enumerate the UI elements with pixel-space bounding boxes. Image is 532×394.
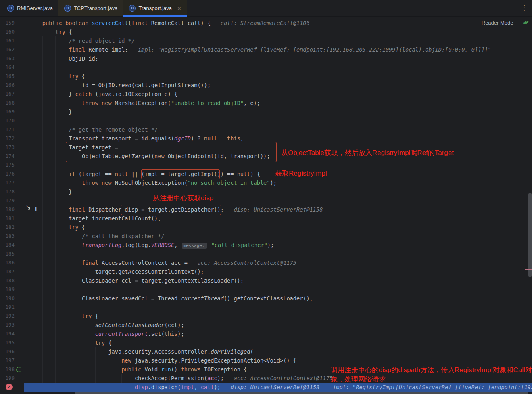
inspections-ok-icon[interactable]: ✔✔: [523, 19, 530, 26]
line-number[interactable]: 174: [0, 152, 15, 161]
code-line[interactable]: 159 public boolean serviceCall(final Rem…: [0, 19, 532, 27]
line-number[interactable]: 162: [0, 45, 15, 54]
tab-tcptransport-java[interactable]: C TCPTransport.java: [58, 0, 123, 16]
line-number[interactable]: 171: [0, 125, 15, 134]
line-number[interactable]: 165: [0, 72, 15, 81]
code-line[interactable]: 178 }: [0, 187, 532, 196]
line-number[interactable]: 178: [0, 187, 15, 196]
code-text: target.incrementCallCount();: [29, 214, 161, 223]
code-line[interactable]: 163 ObjID id;: [0, 54, 532, 63]
tab-label: TCPTransport.java: [74, 5, 118, 11]
code-text: ClassLoader ccl = target.getContextClass…: [29, 276, 244, 285]
code-line[interactable]: 169 }: [0, 107, 532, 116]
code-line[interactable]: 196 java.security.AccessController.doPri…: [0, 347, 532, 356]
code-line[interactable]: 194 currentTransport.set(this);: [0, 329, 532, 338]
code-line[interactable]: 190 ClassLoader savedCcl = Thread.curren…: [0, 294, 532, 303]
line-number[interactable]: 182: [0, 223, 15, 232]
code-text: try {: [29, 223, 85, 232]
line-number[interactable]: 172: [0, 134, 15, 143]
code-line[interactable]: 185: [0, 249, 532, 258]
line-number[interactable]: 170: [0, 116, 15, 125]
breakpoint-icon[interactable]: ✓: [6, 384, 13, 390]
line-number[interactable]: 164: [0, 63, 15, 72]
line-number[interactable]: 187: [0, 267, 15, 276]
line-number[interactable]: 193: [0, 321, 15, 329]
code-line[interactable]: 168 throw new MarshalException("unable t…: [0, 98, 532, 107]
code-text: try {: [29, 312, 98, 321]
line-number[interactable]: 183: [0, 232, 15, 241]
code-line[interactable]: 167 } catch (java.io.IOException e) {: [0, 90, 532, 98]
line-number[interactable]: 189: [0, 285, 15, 294]
line-number[interactable]: 181: [0, 214, 15, 223]
code-line[interactable]: 180 final Dispatcher disp = target.getDi…: [0, 205, 532, 214]
line-number[interactable]: 186: [0, 258, 15, 267]
error-stripe-mark[interactable]: [525, 269, 532, 270]
line-number[interactable]: 197: [0, 356, 15, 365]
line-number[interactable]: 176: [0, 170, 15, 178]
line-number[interactable]: 198: [0, 365, 15, 374]
line-number[interactable]: 163: [0, 54, 15, 63]
code-line[interactable]: 189: [0, 285, 532, 294]
implements-method-icon[interactable]: I↑: [16, 366, 23, 373]
line-number[interactable]: 173: [0, 143, 15, 152]
line-number[interactable]: 177: [0, 178, 15, 187]
code-line[interactable]: 195 try {: [0, 338, 532, 347]
line-number[interactable]: 175: [0, 161, 15, 170]
code-line[interactable]: 170: [0, 116, 532, 125]
line-number[interactable]: 179: [0, 196, 15, 205]
code-text: }: [29, 107, 72, 116]
line-number[interactable]: 199: [0, 374, 15, 383]
line-number[interactable]: 161: [0, 36, 15, 45]
code-line[interactable]: 186 final AccessControlContext acc = acc…: [0, 258, 532, 267]
code-line[interactable]: 165 try {: [0, 72, 532, 81]
code-line[interactable]: 184 transportLog.log(Log.VERBOSE, messag…: [0, 241, 532, 249]
line-number[interactable]: 194: [0, 329, 15, 338]
code-line[interactable]: 188 ClassLoader ccl = target.getContextC…: [0, 276, 532, 285]
line-number[interactable]: 185: [0, 249, 15, 258]
code-line[interactable]: ✓ disp.dispatch(impl, call); disp: Unica…: [0, 383, 532, 392]
code-line[interactable]: 191: [0, 303, 532, 312]
line-number[interactable]: 168: [0, 98, 15, 107]
line-number[interactable]: 190: [0, 294, 15, 303]
line-number[interactable]: 192: [0, 312, 15, 321]
annotation-box-getdispatcher: [121, 205, 221, 215]
reader-mode-label[interactable]: Reader Mode: [482, 20, 513, 26]
tab-transport-java[interactable]: C Transport.java ×: [123, 0, 186, 16]
horizontal-scrollbar-thumb[interactable]: [75, 392, 528, 394]
code-line[interactable]: 197 new java.security.PrivilegedExceptio…: [0, 356, 532, 365]
line-number[interactable]: 184: [0, 241, 15, 249]
code-line[interactable]: 182 try {: [0, 223, 532, 232]
code-line[interactable]: 192 try {: [0, 312, 532, 321]
line-number[interactable]: 188: [0, 276, 15, 285]
code-line[interactable]: 162 final Remote impl; impl: "RegistryIm…: [0, 45, 532, 54]
code-line[interactable]: 164: [0, 63, 532, 72]
code-line[interactable]: 166 id = ObjID.read(call.getInputStream(…: [0, 81, 532, 90]
code-line[interactable]: 187 target.getAccessControlContext();: [0, 267, 532, 276]
line-number[interactable]: 196: [0, 347, 15, 356]
widget-divider: [518, 19, 518, 26]
code-line[interactable]: 193 setContextClassLoader(ccl);: [0, 321, 532, 329]
code-text: }: [29, 187, 72, 196]
line-number[interactable]: 166: [0, 81, 15, 90]
vertical-scrollbar-thumb[interactable]: [528, 193, 532, 277]
code-line[interactable]: 160 try {: [0, 27, 532, 36]
code-line[interactable]: 176 if (target == null || (impl = target…: [0, 170, 532, 178]
line-number[interactable]: 167: [0, 90, 15, 98]
code-line[interactable]: 181 target.incrementCallCount();: [0, 214, 532, 223]
kebab-menu-icon[interactable]: ⋮: [521, 4, 528, 12]
code-line[interactable]: 161 /* read object id */: [0, 36, 532, 45]
line-number[interactable]: 159: [0, 19, 15, 27]
line-number[interactable]: 191: [0, 303, 15, 312]
line-number[interactable]: 169: [0, 107, 15, 116]
code-line[interactable]: 179: [0, 196, 532, 205]
close-tab-icon[interactable]: ×: [177, 5, 181, 11]
tab-rmiserver-java[interactable]: C RMIServer.java: [2, 0, 58, 16]
line-number[interactable]: 160: [0, 27, 15, 36]
code-line[interactable]: 199 checkAcceptPermission(acc); acc: Acc…: [0, 374, 532, 383]
line-number[interactable]: 180: [0, 205, 15, 214]
code-line[interactable]: 177 throw new NoSuchObjectException("no …: [0, 178, 532, 187]
code-text: java.security.AccessController.doPrivile…: [29, 347, 254, 356]
line-number[interactable]: 195: [0, 338, 15, 347]
code-line[interactable]: 171 /* get the remote object */: [0, 125, 532, 134]
code-line[interactable]: 183 /* call the dispatcher */: [0, 232, 532, 241]
